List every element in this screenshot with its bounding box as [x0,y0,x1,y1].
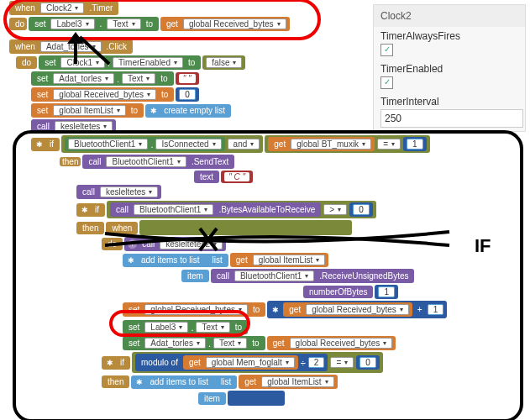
gear-icon[interactable] [149,106,159,116]
evt-timer: .Timer [87,3,115,13]
get-received-bytes-2[interactable]: getglobal Received_bytes [283,302,412,317]
prop-timerenabled: TimerEnabled [380,63,518,75]
then-label-2: then [76,222,104,234]
num-1[interactable]: 1 [403,137,427,151]
dd-received-bytes[interactable]: global Received_bytes [183,18,286,29]
item-label-2: item [198,392,226,405]
arg-text: text [194,171,219,183]
panel-title: Clock2 [374,5,525,27]
call-sendtext[interactable]: callBluetoothClient1.SendText [82,155,234,169]
do-row: do [9,18,27,30]
num-1-b[interactable]: 1 [375,285,398,299]
help-icon[interactable] [128,239,137,249]
do-label-2: do [102,238,123,250]
gear-icon[interactable] [80,205,90,215]
call-bytesavailable[interactable]: callBluetoothClient1.BytesAvailableToRec… [110,202,321,217]
get-itemlist-2[interactable]: getglobal ItemList [239,375,337,389]
set-received-bytes[interactable]: setglobal Received_bytesto [31,87,174,102]
prop-timerinterval: TimerInterval [380,96,518,108]
op-and[interactable]: and [228,139,260,150]
get-received-bytes-3[interactable]: getglobal Received_bytes [267,336,396,350]
op-eq-2[interactable]: = [330,357,354,368]
dd-adat-torles[interactable]: Adat_torles [40,41,102,52]
op-gt[interactable]: > [323,204,347,215]
bool-false[interactable]: false [202,55,245,70]
if-block-3[interactable]: if [102,356,130,370]
if-block-1[interactable]: if [31,138,60,151]
modulo-block[interactable]: modulo of getglobal Mem_foglalt ÷2 [135,354,328,371]
set-label3-text-2[interactable]: setLabel3.Textto [123,320,248,334]
set-received-bytes-2[interactable]: setglobal Received_bytesto [123,302,265,317]
while-block[interactable]: when [106,222,138,234]
get-received-bytes[interactable]: get global Received_bytes [160,17,290,31]
checkbox-timerenabled[interactable] [380,76,393,89]
kw-when: when [13,3,38,13]
dd-text[interactable]: Text [107,18,140,29]
call-receive-unsigned[interactable]: callBluetoothClient1.ReceiveUnsignedByte… [211,269,415,283]
bt-isconnected[interactable]: BluetoothClient1.IsConnected [65,137,225,151]
gear-icon[interactable] [126,255,136,265]
set-label3-text[interactable]: set Label3 . Text to [29,17,159,31]
gear-icon[interactable] [105,358,115,368]
eq-block[interactable]: getglobal BT_muxik = 1 [265,135,429,153]
checkbox-timeralwaysfires[interactable] [380,44,393,56]
dd-clock2[interactable]: Clock2 [40,3,85,13]
properties-panel: Clock2 TimerAlwaysFires TimerEnabled Tim… [373,4,526,132]
op-eq[interactable]: = [377,139,401,150]
set-clock1-timerenabled[interactable]: setClock1.TimerEnabledto [39,55,201,70]
set-itemlist[interactable]: setglobal ItemListto [31,103,144,118]
annotation-if-label: IF [475,235,491,257]
num-0[interactable]: 0 [176,87,199,102]
get-itemlist[interactable]: getglobal ItemList [230,253,328,267]
and-block[interactable]: BluetoothClient1.IsConnected and [61,135,263,153]
gear-icon[interactable] [134,377,144,387]
num-0-b[interactable]: 0 [349,202,373,217]
call-kesleltetes-2[interactable]: callkesleltetes [76,185,161,199]
call-kesleltetes[interactable]: callkesleltetes [31,119,116,134]
item-label: item [181,270,209,282]
eq-block-2[interactable]: modulo of getglobal Mem_foglalt ÷2 = 0 [132,352,383,373]
event-clock2-timer[interactable]: when Clock2 .Timer [9,1,118,15]
set-adat-torles-text[interactable]: setAdat_torles.Textto [31,71,174,86]
gear-icon[interactable] [270,305,281,315]
set-adat-torles-text-2[interactable]: setAdat_torles.Textto [123,336,265,350]
event-adat-torles-click[interactable]: when Adat_torles .Click [9,39,133,54]
prop-timeralwaysfires: TimerAlwaysFires [380,30,518,42]
num-0-c[interactable]: 0 [356,355,380,370]
gear-icon[interactable] [34,139,45,150]
text-literal-c[interactable]: " C " [221,171,253,183]
arg-numberofbytes: numberOfBytes [303,286,373,298]
blocks-workspace[interactable]: when Clock2 .Timer do set Label3 . Text … [0,0,353,407]
crossed-condition[interactable] [139,220,352,235]
then-label-3: then [102,375,129,388]
get-mem-foglalt[interactable]: getglobal Mem_foglalt [183,355,298,370]
plus-block[interactable]: getglobal Received_bytes + 1 [267,301,447,318]
compare-gt[interactable]: callBluetoothClient1.BytesAvailableToRec… [107,201,376,218]
text-literal-empty[interactable]: " " [176,72,199,85]
input-timerinterval[interactable] [380,109,523,128]
do-label: do [16,56,37,69]
partial-num[interactable] [228,391,285,406]
create-empty-list[interactable]: create empty list [145,104,231,118]
add-items-to-list-2[interactable]: add items to list list [131,375,237,389]
add-items-to-list[interactable]: add items to list list [123,254,228,267]
if-block-2[interactable]: if [76,203,105,217]
then-label: then [60,157,81,166]
dd-label3[interactable]: Label3 [50,18,94,29]
get-bt-muxik[interactable]: getglobal BT_muxik [268,137,375,151]
call-kesleltetes2[interactable]: callkesleltetes2 [124,237,226,251]
